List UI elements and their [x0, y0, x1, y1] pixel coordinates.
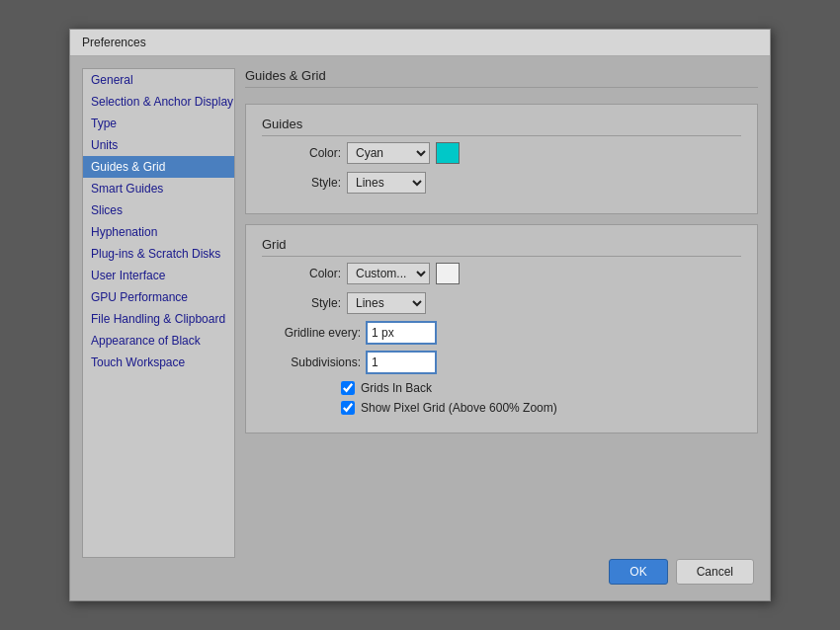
grids-in-back-checkbox[interactable] — [341, 381, 355, 395]
show-pixel-grid-checkbox[interactable] — [341, 401, 355, 415]
show-pixel-grid-row: Show Pixel Grid (Above 600% Zoom) — [341, 401, 741, 415]
guides-style-label: Style: — [262, 176, 341, 190]
sidebar-item-selection-anchor-display[interactable]: Selection & Anchor Display — [83, 91, 234, 113]
grid-color-swatch — [436, 263, 460, 284]
guides-color-swatch — [436, 142, 460, 164]
section-title: Guides & Grid — [245, 68, 758, 88]
gridline-label: Gridline every: — [262, 326, 361, 340]
sidebar-item-file-handling-clipboard[interactable]: File Handling & Clipboard — [83, 308, 234, 330]
dialog-body: GeneralSelection & Anchor DisplayTypeUni… — [70, 56, 770, 570]
grid-color-select[interactable]: Custom...Light BlueMagentaYellowBlackRed… — [347, 263, 430, 284]
dialog-title: Preferences — [70, 30, 770, 56]
sidebar-item-smart-guides[interactable]: Smart Guides — [83, 178, 234, 199]
grid-color-row: Color: Custom...Light BlueMagentaYellowB… — [262, 263, 741, 284]
guides-section: Guides Color: CyanLight BlueMagentaYello… — [245, 104, 758, 214]
grid-section: Grid Color: Custom...Light BlueMagentaYe… — [245, 224, 758, 433]
main-content: Guides & Grid Guides Color: CyanLight Bl… — [245, 68, 758, 558]
sidebar-item-gpu-performance[interactable]: GPU Performance — [83, 286, 234, 308]
preferences-dialog: Preferences GeneralSelection & Anchor Di… — [69, 29, 771, 601]
sidebar: GeneralSelection & Anchor DisplayTypeUni… — [82, 68, 235, 558]
grids-in-back-label: Grids In Back — [361, 381, 432, 395]
subdivisions-row: Subdivisions: — [262, 352, 741, 373]
sidebar-item-general[interactable]: General — [83, 69, 234, 91]
grid-style-label: Style: — [262, 296, 341, 310]
grid-subsection-title: Grid — [262, 237, 741, 257]
sidebar-item-units[interactable]: Units — [83, 134, 234, 156]
sidebar-item-user-interface[interactable]: User Interface — [83, 265, 234, 286]
sidebar-item-hyphenation[interactable]: Hyphenation — [83, 221, 234, 243]
dialog-footer: OK Cancel — [609, 559, 754, 585]
sidebar-item-plugins-scratch-disks[interactable]: Plug-ins & Scratch Disks — [83, 243, 234, 265]
guides-style-row: Style: LinesDots — [262, 172, 741, 194]
cancel-button[interactable]: Cancel — [676, 559, 754, 585]
ok-button[interactable]: OK — [609, 559, 667, 585]
guides-subsection-title: Guides — [262, 117, 741, 136]
grid-style-row: Style: LinesDots — [262, 292, 741, 314]
sidebar-item-appearance-of-black[interactable]: Appearance of Black — [83, 330, 234, 352]
grids-in-back-row: Grids In Back — [341, 381, 741, 395]
subdivisions-label: Subdivisions: — [262, 355, 361, 369]
sidebar-item-type[interactable]: Type — [83, 113, 234, 134]
subdivisions-input[interactable] — [367, 352, 436, 373]
sidebar-item-touch-workspace[interactable]: Touch Workspace — [83, 352, 234, 373]
show-pixel-grid-label: Show Pixel Grid (Above 600% Zoom) — [361, 401, 557, 415]
guides-color-select[interactable]: CyanLight BlueMagentaYellowBlackRedGreen… — [347, 142, 430, 164]
guides-color-label: Color: — [262, 146, 341, 160]
guides-style-select[interactable]: LinesDots — [347, 172, 426, 194]
gridline-row: Gridline every: — [262, 322, 741, 344]
gridline-input[interactable] — [367, 322, 436, 344]
grid-color-label: Color: — [262, 267, 341, 280]
sidebar-item-guides-grid[interactable]: Guides & Grid — [83, 156, 234, 178]
sidebar-item-slices[interactable]: Slices — [83, 199, 234, 221]
grid-style-select[interactable]: LinesDots — [347, 292, 426, 314]
guides-color-row: Color: CyanLight BlueMagentaYellowBlackR… — [262, 142, 741, 164]
